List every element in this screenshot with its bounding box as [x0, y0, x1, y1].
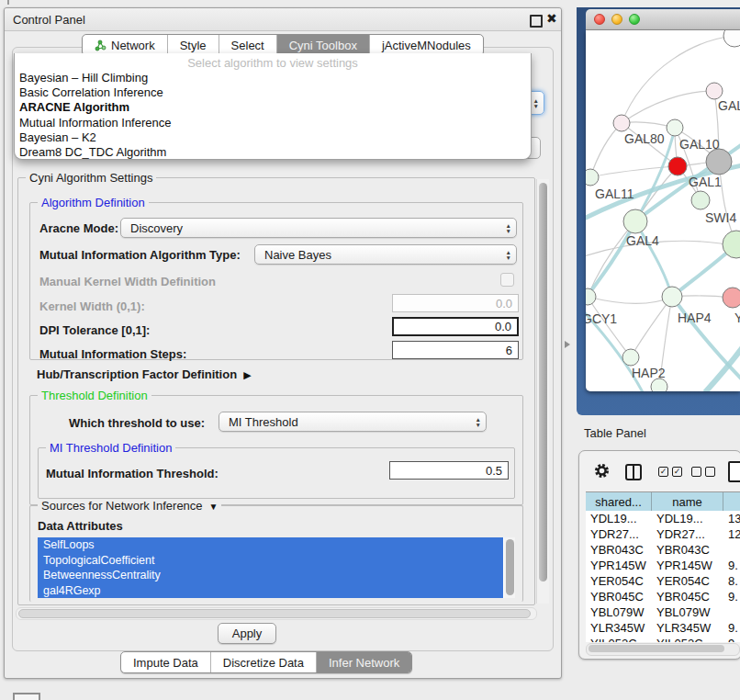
- tab-network[interactable]: Network: [83, 35, 168, 55]
- network-node[interactable]: [622, 349, 639, 366]
- network-canvas-svg[interactable]: GALGAL80GAL10GAL1GAL11SWI4GAL4GCY1HAP4YH…: [586, 30, 740, 391]
- settings-vertical-scrollbar-thumb[interactable]: [539, 183, 547, 581]
- network-edge[interactable]: [590, 123, 622, 177]
- algorithm-option[interactable]: Bayesian – Hill Climbing: [15, 71, 531, 85]
- aracne-mode-combobox[interactable]: Discovery ▲▼: [120, 218, 517, 238]
- table-row[interactable]: YDR27...YDR27...12: [586, 526, 740, 542]
- table-horizontal-scrollbar[interactable]: [586, 643, 740, 656]
- tab-jactivemnodules[interactable]: jActiveMNodules: [370, 35, 483, 55]
- kernel-width-field[interactable]: 0.0: [392, 294, 519, 312]
- settings-horizontal-scrollbar[interactable]: [16, 607, 537, 620]
- network-edge-highlighted[interactable]: [705, 341, 740, 391]
- data-attribute-item[interactable]: TopologicalCoefficient: [38, 553, 503, 569]
- table-row[interactable]: YPR145WYPR145W9.: [586, 558, 740, 573]
- table-cell: 8.: [723, 573, 740, 589]
- table-body[interactable]: YDL19...YDL19...13YDR27...YDR27...12YBR0…: [586, 511, 740, 642]
- algorithm-option[interactable]: Basic Correlation Inference: [15, 85, 531, 100]
- sources-group-title[interactable]: Sources for Network Inference▼: [38, 499, 221, 513]
- which-threshold-combobox[interactable]: MI Threshold ▲▼: [219, 412, 487, 432]
- dpi-tolerance-field[interactable]: 0.0: [392, 317, 519, 336]
- network-node[interactable]: [651, 378, 667, 391]
- network-node[interactable]: [706, 83, 723, 99]
- network-node[interactable]: [586, 169, 599, 186]
- table-row[interactable]: YER054CYER054C8.: [586, 573, 740, 589]
- network-node[interactable]: [706, 149, 732, 175]
- mi-threshold-field[interactable]: 0.5: [389, 461, 509, 480]
- settings-vertical-scrollbar[interactable]: [536, 179, 549, 604]
- mi-type-combobox[interactable]: Naive Bayes ▲▼: [254, 244, 517, 265]
- minimized-panel-icon[interactable]: [13, 693, 40, 700]
- select-all-icon[interactable]: ✓✓: [658, 467, 682, 477]
- table-row[interactable]: YBR043CYBR043C: [586, 542, 740, 558]
- table-row[interactable]: YBL079WYBL079W: [586, 604, 740, 620]
- table-row[interactable]: YBR045CYBR045C9.: [586, 589, 740, 604]
- manual-kernel-checkbox[interactable]: [500, 273, 514, 287]
- table-cell: YBL079W: [652, 604, 723, 620]
- tab-impute-data[interactable]: Impute Data: [121, 652, 211, 672]
- float-window-icon[interactable]: [530, 15, 543, 28]
- network-canvas[interactable]: GALGAL80GAL10GAL1GAL11SWI4GAL4GCY1HAP4YH…: [586, 30, 740, 391]
- column-header-shared-name[interactable]: shared...: [586, 492, 652, 511]
- data-attributes-list[interactable]: SelfLoopsTopologicalCoefficientBetweenne…: [38, 537, 515, 598]
- data-attribute-item[interactable]: SelfLoops: [38, 537, 503, 553]
- table-cell: [723, 542, 740, 558]
- mi-steps-field[interactable]: 6: [392, 341, 519, 359]
- table-horizontal-scrollbar-thumb[interactable]: [589, 645, 724, 652]
- table-row[interactable]: YLR345WYLR345W9.: [586, 620, 740, 636]
- network-node[interactable]: [691, 191, 710, 209]
- deselect-all-icon[interactable]: [691, 467, 715, 477]
- network-edge[interactable]: [588, 297, 631, 357]
- network-window-titlebar[interactable]: [586, 9, 740, 30]
- table-cell: 9.: [723, 589, 740, 604]
- column-header-cut[interactable]: [723, 492, 740, 511]
- algorithm-option[interactable]: ARACNE Algorithm: [15, 100, 531, 115]
- zoom-button[interactable]: [629, 14, 640, 25]
- network-edge[interactable]: [590, 166, 678, 177]
- network-node[interactable]: [723, 288, 740, 308]
- network-node[interactable]: [723, 30, 740, 47]
- network-edge[interactable]: [631, 297, 672, 357]
- network-node[interactable]: [623, 209, 647, 233]
- close-button[interactable]: [594, 14, 605, 25]
- tab-discretize-data[interactable]: Discretize Data: [211, 652, 317, 672]
- hub-definition-toggle[interactable]: Hub/Transcription Factor Definition▶: [37, 367, 252, 381]
- gear-icon[interactable]: [594, 463, 610, 482]
- network-node[interactable]: [613, 115, 630, 131]
- table-row[interactable]: YIL052CYIL052C9.: [586, 636, 740, 642]
- table-cell: YBR043C: [586, 542, 652, 558]
- list-scrollbar[interactable]: [504, 537, 515, 598]
- table-cell: YER054C: [652, 573, 723, 589]
- network-node-label: HAP4: [678, 310, 712, 325]
- list-scrollbar-thumb[interactable]: [506, 539, 514, 595]
- control-panel-titlebar[interactable]: Control Panel ✖: [5, 8, 561, 31]
- table-cell: YLR345W: [652, 620, 723, 636]
- algorithm-definition-title: Algorithm Definition: [38, 196, 149, 209]
- apply-button[interactable]: Apply: [218, 623, 276, 644]
- network-node[interactable]: [662, 287, 682, 307]
- split-view-icon[interactable]: [625, 464, 642, 480]
- network-node[interactable]: [667, 119, 683, 136]
- close-icon[interactable]: ✖: [546, 11, 557, 26]
- table-cell: [723, 604, 740, 620]
- algorithm-option[interactable]: Bayesian – K2: [15, 130, 531, 145]
- data-attribute-item[interactable]: BetweennessCentrality: [38, 568, 503, 583]
- tab-infer-network[interactable]: Infer Network: [317, 652, 411, 672]
- network-node-label: GAL1: [689, 175, 722, 189]
- algorithm-option[interactable]: Dream8 DC_TDC Algorithm: [15, 145, 531, 160]
- network-node[interactable]: [668, 157, 687, 175]
- mi-type-label: Mutual Information Algorithm Type:: [39, 248, 241, 262]
- network-node[interactable]: [586, 288, 596, 305]
- tab-select[interactable]: Select: [219, 35, 277, 55]
- tab-cyni-toolbox[interactable]: Cyni Toolbox: [277, 35, 370, 55]
- column-header-name[interactable]: name: [652, 492, 723, 511]
- algorithm-option[interactable]: Mutual Information Inference: [15, 116, 531, 130]
- new-document-icon[interactable]: [728, 461, 740, 482]
- tab-style[interactable]: Style: [168, 35, 219, 55]
- minimize-button[interactable]: [611, 14, 622, 25]
- data-attribute-item[interactable]: gal4RGexp: [38, 583, 503, 599]
- network-edge[interactable]: [588, 297, 672, 304]
- cyni-algorithm-settings-group: Cyni Algorithm Settings Algorithm Defini…: [17, 177, 535, 605]
- algorithm-dropdown-list: Bayesian – Hill ClimbingBasic Correlatio…: [15, 71, 531, 160]
- table-row[interactable]: YDL19...YDL19...13: [586, 511, 740, 526]
- settings-horizontal-scrollbar-thumb[interactable]: [18, 609, 531, 618]
